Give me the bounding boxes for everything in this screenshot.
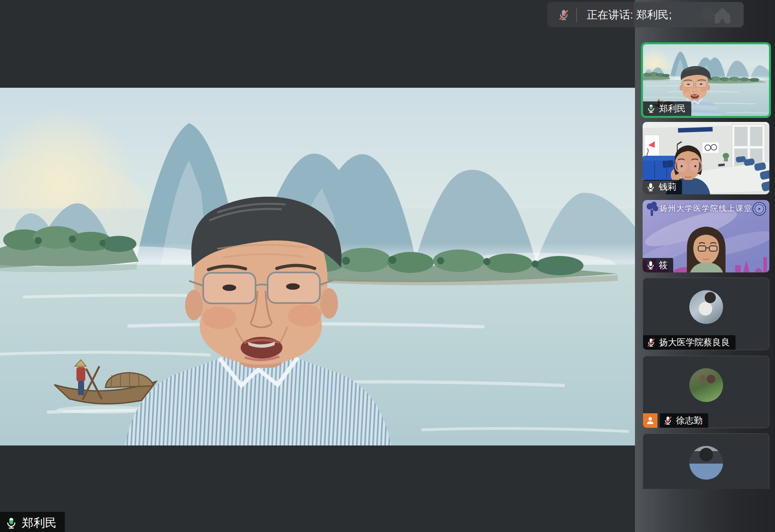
participant-label: 徐志勤	[660, 413, 708, 428]
participant-list[interactable]: 郑利民 钱莉 扬州大学医学院线上课堂 筱 扬大医学院蔡良良	[635, 0, 775, 489]
participant-name: 徐志勤	[676, 414, 703, 427]
active-speaker-label: 郑利民	[0, 512, 65, 532]
participant-tile-clipped[interactable]	[643, 433, 769, 489]
mic-active-icon	[646, 104, 656, 113]
participant-label: 扬大医学院蔡良良	[643, 335, 736, 350]
participant-tile-qianli[interactable]: 钱莉	[643, 122, 769, 194]
participants-sidebar: 郑利民 钱莉 扬州大学医学院线上课堂 筱 扬大医学院蔡良良	[635, 0, 775, 532]
mic-muted-icon	[646, 338, 656, 347]
participant-tile-xiao[interactable]: 扬州大学医学院线上课堂 筱	[643, 200, 769, 272]
person-icon	[645, 415, 655, 426]
participant-name: 筱	[659, 259, 668, 271]
participant-tile-zhenglimin[interactable]: 郑利民	[641, 42, 771, 118]
mic-muted-icon	[558, 9, 570, 21]
speaking-status-bar: 正在讲话: 郑利民;	[547, 2, 744, 27]
participant-tile-cailiangliang[interactable]: 扬大医学院蔡良良	[643, 278, 769, 350]
virtual-background-banner: 扬州大学医学院线上课堂	[660, 203, 752, 214]
mic-active-icon	[5, 517, 18, 530]
avatar	[689, 446, 723, 480]
participant-label: 筱	[643, 258, 673, 272]
hand-raised-badge	[643, 413, 658, 428]
speaking-status-text: 正在讲话: 郑利民;	[587, 8, 672, 22]
active-speaker-name: 郑利民	[22, 515, 57, 531]
avatar	[689, 368, 723, 402]
participant-tile-xuzhiqin[interactable]: 徐志勤	[643, 356, 769, 428]
meeting-logo-watermark-icon	[698, 6, 735, 24]
mic-on-icon	[646, 182, 655, 192]
participant-name: 钱莉	[659, 181, 676, 193]
landscape-painting-video	[0, 88, 635, 445]
participant-name: 郑利民	[659, 103, 686, 115]
avatar	[689, 290, 723, 324]
divider	[576, 8, 577, 22]
mic-on-icon	[646, 260, 655, 270]
main-stage-video[interactable]	[0, 88, 635, 445]
participant-label: 郑利民	[643, 101, 691, 116]
participant-label: 钱莉	[643, 180, 682, 194]
mic-muted-icon	[663, 416, 673, 425]
meeting-window: { "app": { "kind": "video-conference", "…	[0, 0, 775, 532]
participant-name: 扬大医学院蔡良良	[659, 336, 730, 348]
